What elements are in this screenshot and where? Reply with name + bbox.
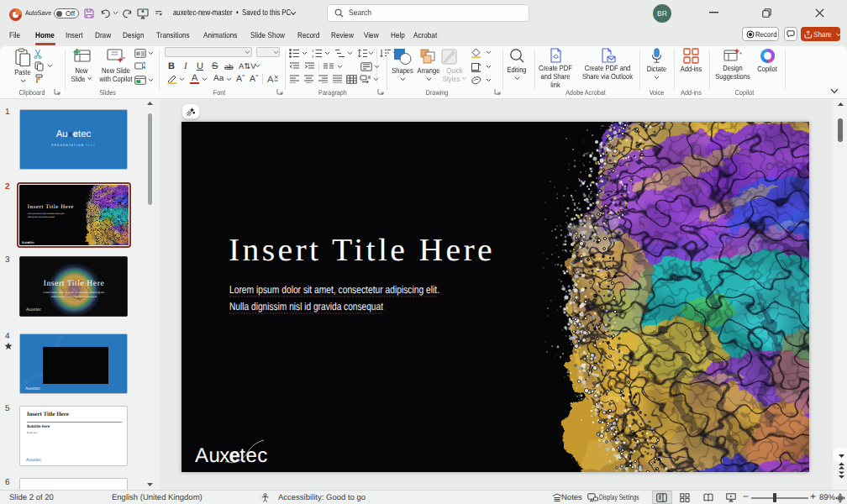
svg-text:Nulla dignissim nisl id gravid: Nulla dignissim nisl id gravida consequa… xyxy=(51,294,97,297)
svg-text:Lorem ipsum dolor sit amet, co: Lorem ipsum dolor sit amet, consectetur … xyxy=(43,290,104,293)
svg-text:Insert Title Here: Insert Title Here xyxy=(44,280,104,288)
svg-text:Auxetec: Auxetec xyxy=(25,386,41,391)
svg-text:Auxetec: Auxetec xyxy=(26,307,42,312)
